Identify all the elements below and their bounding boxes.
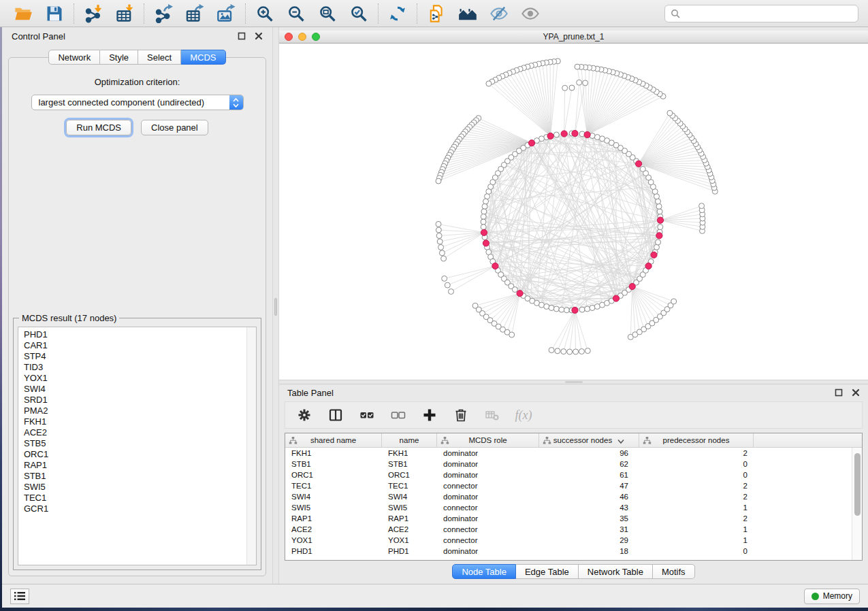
network-canvas[interactable]	[279, 44, 868, 380]
close-window-icon[interactable]	[285, 33, 293, 41]
zoom-selected-icon[interactable]	[349, 3, 369, 24]
cell-predecessor-nodes: 1	[639, 503, 754, 512]
import-network-icon[interactable]	[83, 3, 103, 24]
open-file-icon[interactable]	[13, 3, 33, 24]
mcds-result-item[interactable]: PHD1	[18, 329, 256, 340]
splitter-handle[interactable]	[565, 381, 583, 383]
search-box[interactable]	[664, 5, 858, 22]
tab-mcds[interactable]: MCDS	[181, 50, 225, 65]
scrollbar-thumb[interactable]	[854, 453, 861, 516]
main-toolbar	[0, 0, 868, 27]
table-row[interactable]: ORC1ORC1dominator610	[285, 469, 862, 480]
table-row[interactable]: SWI4SWI4dominator462	[285, 491, 862, 502]
mcds-result-title: MCDS result (17 nodes)	[19, 313, 119, 323]
cell-name: RAP1	[382, 514, 437, 523]
close-panel-button[interactable]: Close panel	[141, 120, 208, 135]
table-row[interactable]: YOX1YOX1connector291	[285, 535, 862, 546]
tab-network[interactable]: Network	[48, 50, 100, 65]
horizontal-splitter[interactable]	[279, 380, 868, 384]
cell-successor-nodes: 29	[539, 536, 639, 544]
mcds-result-item[interactable]: CAR1	[18, 340, 256, 351]
mcds-result-item[interactable]: STB1	[18, 471, 256, 482]
table-row[interactable]: FKH1FKH1dominator962	[285, 448, 862, 459]
tab-edge-table[interactable]: Edge Table	[516, 564, 579, 579]
table-row[interactable]: SWI5SWI5connector431	[285, 502, 862, 513]
close-panel-icon[interactable]	[255, 32, 263, 40]
delete-column-icon[interactable]	[453, 407, 469, 423]
mcds-result-item[interactable]: RAP1	[18, 460, 256, 471]
table-row[interactable]: ACE2ACE2connector311	[285, 524, 862, 535]
close-panel-icon[interactable]	[852, 389, 860, 397]
export-image-icon[interactable]	[216, 3, 236, 24]
column-header-shared-name[interactable]: shared name	[285, 433, 382, 447]
desktop-wallpaper-edge	[0, 608, 868, 611]
mcds-result-list[interactable]: PHD1CAR1STP4TID3YOX1SWI4SRD1PMA2FKH1ACE2…	[18, 327, 257, 565]
mcds-result-item[interactable]: YOX1	[18, 373, 256, 384]
list-scrollbar[interactable]	[246, 327, 256, 565]
network-window-titlebar[interactable]: YPA_prune.txt_1	[279, 31, 868, 44]
hide-selected-icon[interactable]	[489, 3, 509, 24]
mcds-result-item[interactable]: TEC1	[18, 493, 256, 503]
first-neighbors-icon[interactable]	[457, 3, 478, 24]
optimization-criterion-select[interactable]: largest connected component (undirected)	[31, 95, 244, 110]
mcds-result-item[interactable]: STB5	[18, 438, 256, 449]
tab-style[interactable]: Style	[100, 50, 138, 65]
column-header-label: name	[400, 436, 419, 444]
task-history-button[interactable]	[10, 589, 29, 604]
settings-icon[interactable]	[296, 407, 312, 423]
cell-successor-nodes: 46	[539, 493, 639, 501]
mcds-result-item[interactable]: GCR1	[18, 503, 256, 514]
mcds-result-item[interactable]: FKH1	[18, 416, 256, 427]
import-table-icon[interactable]	[114, 3, 135, 24]
table-row[interactable]: STB1STB1dominator620	[285, 459, 862, 469]
table-row[interactable]: TEC1TEC1connector472	[285, 480, 862, 491]
export-table-icon[interactable]	[184, 3, 205, 24]
export-network-icon[interactable]	[153, 3, 174, 24]
column-header-successor-nodes[interactable]: successor nodes	[539, 433, 639, 447]
mcds-result-item[interactable]: ACE2	[18, 427, 256, 438]
column-header-label: successor nodes	[553, 436, 612, 444]
table-row[interactable]: PHD1PHD1dominator180	[285, 546, 862, 557]
refresh-icon[interactable]	[387, 3, 408, 24]
minimize-window-icon[interactable]	[298, 33, 306, 41]
zoom-fit-icon[interactable]	[317, 3, 338, 24]
splitter-handle[interactable]	[274, 298, 277, 316]
deselect-all-icon[interactable]	[390, 407, 406, 423]
tab-select[interactable]: Select	[138, 50, 181, 65]
column-header-name[interactable]: name	[382, 433, 437, 447]
mcds-result-item[interactable]: PMA2	[18, 406, 256, 416]
column-header-MCDS-role[interactable]: MCDS role	[437, 433, 539, 447]
mcds-result-item[interactable]: TID3	[18, 362, 256, 373]
add-column-icon[interactable]	[421, 407, 438, 423]
mcds-result-item[interactable]: ORC1	[18, 449, 256, 460]
zoom-out-icon[interactable]	[286, 3, 306, 24]
table-row[interactable]: RAP1RAP1dominator352	[285, 513, 862, 524]
search-input[interactable]	[684, 8, 852, 18]
run-mcds-button[interactable]: Run MCDS	[66, 120, 131, 135]
mcds-result-item[interactable]: SRD1	[18, 395, 256, 406]
table-toolbar: f(x)	[285, 401, 863, 429]
table-scrollbar[interactable]	[852, 448, 862, 560]
mcds-result-item[interactable]: SWI4	[18, 384, 256, 395]
vertical-splitter[interactable]	[272, 27, 279, 584]
mcds-result-item[interactable]: SWI5	[18, 482, 256, 493]
show-all-icon[interactable]	[520, 3, 541, 24]
save-session-icon[interactable]	[44, 3, 65, 24]
tab-node-table[interactable]: Node Table	[452, 564, 516, 579]
duplicate-network-icon[interactable]	[426, 3, 447, 24]
split-columns-icon[interactable]	[327, 407, 344, 423]
mcds-result-item[interactable]: STP4	[18, 351, 256, 362]
memory-button[interactable]: Memory	[804, 589, 860, 604]
zoom-in-icon[interactable]	[255, 3, 275, 24]
maximize-window-icon[interactable]	[312, 33, 320, 41]
cell-successor-nodes: 31	[539, 525, 639, 533]
float-panel-icon[interactable]	[835, 389, 843, 397]
select-all-icon[interactable]	[359, 407, 375, 423]
network-graph[interactable]	[279, 44, 868, 380]
column-header-predecessor-nodes[interactable]: predecessor nodes	[639, 433, 754, 447]
float-panel-icon[interactable]	[238, 32, 246, 40]
tab-network-table[interactable]: Network Table	[579, 564, 653, 579]
cell-name: ACE2	[382, 525, 437, 533]
tab-motifs[interactable]: Motifs	[653, 564, 695, 579]
control-panel: Control Panel NetworkStyleSelectMCDS Opt…	[2, 27, 272, 584]
